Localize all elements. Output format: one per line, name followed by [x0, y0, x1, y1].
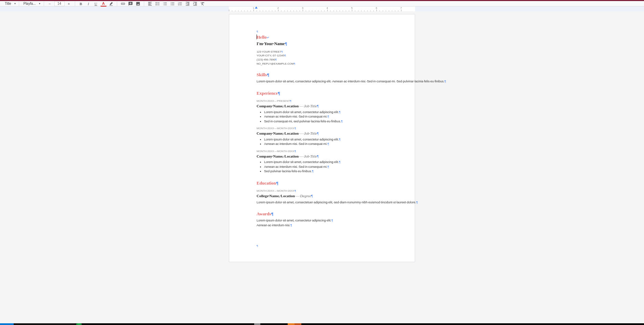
- insert-image-icon[interactable]: [135, 1, 141, 6]
- ruler-number: 7: [400, 7, 402, 9]
- job-date[interactable]: MONTH·20XX·–·MONTH·20XX¶: [257, 149, 387, 153]
- increase-font-icon[interactable]: +: [66, 1, 72, 6]
- font-dropdown[interactable]: Playfa...: [22, 1, 37, 6]
- job-date[interactable]: MONTH·20XX·–·MONTH·20XX¶: [257, 126, 387, 130]
- list-item[interactable]: Lorem·ipsum·dolor·sit·amet,·consectetur·…: [264, 110, 387, 115]
- job-title-line[interactable]: Company·Name,·Location·—·Job·Title¶: [257, 104, 387, 109]
- numbered-list-button[interactable]: [177, 1, 183, 6]
- chevron-down-icon: ▼: [39, 2, 41, 5]
- job-date[interactable]: MONTH·20XX·–·PRESENT¶: [257, 99, 387, 103]
- list-item[interactable]: Lorem·ipsum·dolor·sit·amet,·consectetur·…: [264, 160, 387, 165]
- job-bullets[interactable]: Lorem·ipsum·dolor·sit·amet,·consectetur·…: [264, 160, 387, 174]
- page-1[interactable]: ¶ Hello↵ I'm·Your·Name¶ 123·YOUR·STREET¶…: [229, 14, 415, 262]
- align-button[interactable]: [147, 1, 153, 6]
- first-line-indent-marker[interactable]: [255, 6, 258, 9]
- separator: [144, 1, 144, 6]
- ruler-number: 3: [302, 7, 303, 9]
- bold-button[interactable]: B: [78, 1, 84, 6]
- awards-text[interactable]: Lorem·ipsum·dolor·sit·amet,·consectetur·…: [257, 218, 387, 228]
- paragraph-mark: ¶: [257, 244, 387, 248]
- line-spacing-button[interactable]: [154, 1, 161, 6]
- italic-button[interactable]: I: [85, 1, 92, 6]
- contact-block[interactable]: 123·YOUR·STREET¶ YOUR·CITY,·ST·12345¶ (1…: [257, 50, 387, 66]
- style-dropdown[interactable]: Title: [3, 1, 13, 6]
- ruler-area: 1234567: [0, 6, 644, 11]
- list-item[interactable]: Lorem·ipsum·dolor·sit·amet,·consectetur·…: [264, 137, 387, 142]
- job-bullets[interactable]: Lorem·ipsum·dolor·sit·amet,·consectetur·…: [264, 137, 387, 147]
- education-date[interactable]: MONTH·20XX·–·MONTH·20XX¶: [257, 189, 387, 193]
- add-comment-icon[interactable]: [127, 1, 134, 6]
- awards-heading[interactable]: Awards¶: [257, 211, 387, 217]
- ruler-number: 6: [376, 7, 377, 9]
- clear-formatting-button[interactable]: [200, 1, 206, 6]
- underline-button[interactable]: U: [93, 1, 99, 6]
- skills-text[interactable]: Lorem·ipsum·dolor·sit·amet,·consectetur·…: [257, 79, 387, 84]
- job-bullets[interactable]: Lorem·ipsum·dolor·sit·amet,·consectetur·…: [264, 110, 387, 124]
- education-college-line[interactable]: College·Name,·Location·—·Degree¶: [257, 193, 387, 199]
- document-canvas[interactable]: ¶ Hello↵ I'm·Your·Name¶ 123·YOUR·STREET¶…: [0, 11, 644, 272]
- ruler-number: 2: [277, 7, 279, 9]
- job-title-line[interactable]: Company·Name,·Location·—·Job·Title¶: [257, 154, 387, 159]
- ruler-number: 5: [351, 7, 353, 9]
- education-heading[interactable]: Education¶: [257, 180, 387, 186]
- skills-heading[interactable]: Skills¶: [257, 72, 387, 78]
- list-item[interactable]: Aenean·ac·interdum·nisi.·Sed·in·consequa…: [264, 114, 387, 119]
- ruler-number: 1: [253, 7, 254, 9]
- list-item[interactable]: Aenean·ac·interdum·nisi.·Sed·in·consequa…: [264, 142, 387, 147]
- bulleted-list-button[interactable]: [169, 1, 176, 6]
- horizontal-ruler[interactable]: 1234567: [229, 6, 415, 11]
- job-title-line[interactable]: Company·Name,·Location·—·Job·Title¶: [257, 131, 387, 136]
- font-size-input[interactable]: 14: [54, 1, 65, 6]
- highlight-button[interactable]: [108, 1, 114, 6]
- separator: [117, 1, 117, 6]
- education-text[interactable]: Lorem·ipsum·dolor·sit·amet,·consectetuer…: [257, 200, 387, 205]
- list-item[interactable]: Sed·in·consequat·mi,·sed·pulvinar·lacini…: [264, 119, 387, 124]
- list-item[interactable]: Sed·pulvinar·lacinia·felis·eu·finibus.¶: [264, 169, 387, 174]
- hello-heading[interactable]: Hello↵: [257, 34, 387, 40]
- experience-heading[interactable]: Experience¶: [257, 90, 387, 96]
- paragraph-mark: ¶: [257, 30, 387, 33]
- separator: [44, 1, 44, 6]
- separator: [75, 1, 75, 6]
- increase-indent-button[interactable]: [192, 1, 198, 6]
- checklist-button[interactable]: [162, 1, 168, 6]
- text-color-button[interactable]: A: [100, 1, 107, 6]
- insert-link-icon[interactable]: [120, 1, 126, 6]
- ruler-number: 4: [327, 7, 328, 9]
- decrease-font-icon[interactable]: −: [47, 1, 53, 6]
- name-heading[interactable]: I'm·Your·Name¶: [257, 41, 387, 47]
- decrease-indent-button[interactable]: [184, 1, 191, 6]
- list-item[interactable]: Aenean·ac·interdum·nisi.·Sed·in·consequa…: [264, 165, 387, 170]
- formatting-toolbar: Title ▼ Playfa... ▼ − 14 + B I U A: [0, 1, 644, 6]
- separator: [19, 1, 19, 6]
- chevron-down-icon: ▼: [14, 2, 16, 5]
